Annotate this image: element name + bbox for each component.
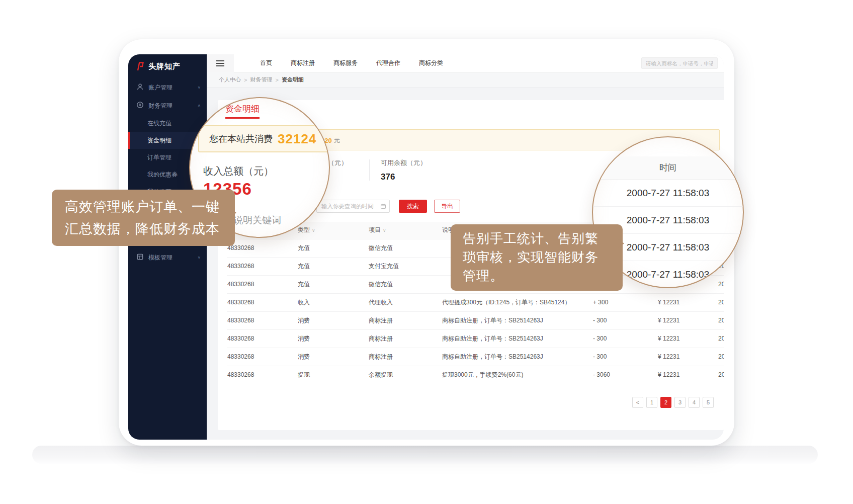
cell-order: 48330268	[227, 329, 297, 348]
stat-balance-value: 376	[381, 172, 426, 182]
page-button-4[interactable]: 4	[689, 397, 700, 408]
chevron-up-icon: ∧	[197, 104, 201, 108]
breadcrumb-part-2: 资金明细	[282, 76, 304, 83]
breadcrumb-separator: >	[275, 77, 278, 83]
main-nav: 首页商标注册商标服务代理合作商标分类	[260, 59, 443, 67]
cell-time: 2000-7-27 11:58:03	[718, 348, 724, 366]
col-header-project[interactable]: 项目∨	[368, 222, 442, 239]
sidebar-subitem-2[interactable]: 在线充值	[128, 115, 207, 132]
magnified-income-label: 收入总额（元）	[203, 164, 274, 178]
cell-type: 消费	[297, 348, 368, 366]
cell-time: 2000-7-27 11:58:03	[718, 329, 724, 348]
magnified-banner: 您在本站共消费 32124	[198, 125, 330, 152]
sidebar-item-7[interactable]: 模板管理∨	[128, 248, 207, 267]
brand: 头牌知产	[128, 54, 207, 78]
page-prev-button[interactable]: <	[632, 397, 643, 408]
cell-order: 48330268	[227, 293, 297, 311]
cell-type: 充值	[297, 275, 368, 293]
col-header-type[interactable]: 类型∨	[297, 222, 368, 239]
menu-toggle-button[interactable]	[207, 54, 234, 72]
cell-desc: 商标自助注册，订单号：SB2514263J	[442, 311, 592, 329]
magnified-time-row: 2000-7-27 11:58:03	[593, 180, 743, 207]
chevron-down-icon: ∨	[197, 256, 201, 260]
brand-logo-text: 头牌知产	[148, 62, 181, 71]
sidebar-item-0[interactable]: 账户管理∨	[128, 78, 207, 97]
stat-expense-label: （元）	[328, 158, 369, 167]
cell-balance: ¥ 12231	[657, 293, 718, 311]
cell-type: 提现	[297, 366, 368, 384]
stage: 头牌知产 账户管理∨财务管理∧在线充值资金明细订单管理我的优惠券我的发票模板管理…	[0, 0, 853, 504]
cell-project: 微信充值	[368, 239, 442, 257]
stat-balance: 可用余额（元） 376	[370, 158, 426, 182]
time-input-wrap	[316, 200, 390, 213]
magnified-time-header: 时间	[593, 156, 743, 180]
nav-item-0[interactable]: 首页	[260, 59, 272, 67]
callout-left: 高效管理账户订单、一键汇总数据，降低财务成本	[52, 190, 235, 246]
callout-right: 告别手工统计、告别繁琐审核，实现智能财务管理。	[451, 224, 623, 291]
cell-project: 代理收入	[368, 293, 442, 311]
laptop-base	[32, 446, 818, 464]
table-row: 48330268消费商标注册商标自助注册，订单号：SB2514263J- 300…	[227, 311, 724, 329]
cell-project: 商标注册	[368, 311, 442, 329]
sidebar-item-label: 模板管理	[148, 254, 197, 262]
magnified-banner-amount: 32124	[278, 131, 316, 147]
cell-desc: 商标自助注册，订单号：SB2514263J	[442, 348, 592, 366]
col-header-label: 项目	[369, 226, 381, 233]
breadcrumb: 个人中心>财务管理>资金明细	[207, 72, 724, 88]
cell-time: 2000-7-27 11:58:03	[718, 366, 724, 384]
chevron-down-icon: ∨	[197, 86, 201, 90]
search-button[interactable]: 搜索	[399, 200, 427, 213]
calendar-icon	[380, 203, 386, 209]
sort-caret-icon: ∨	[312, 228, 315, 233]
magnified-tab: 资金明细	[225, 103, 260, 119]
export-button[interactable]: 导出	[434, 200, 460, 213]
cell-project: 余额提现	[368, 366, 442, 384]
search-input[interactable]	[641, 57, 718, 69]
template-icon	[136, 253, 144, 262]
cell-balance: ¥ 12231	[657, 348, 718, 366]
time-query-input[interactable]	[316, 200, 390, 213]
cell-time: 2000-7-27 11:58:03	[718, 275, 724, 293]
sidebar: 头牌知产 账户管理∨财务管理∧在线充值资金明细订单管理我的优惠券我的发票模板管理…	[128, 54, 207, 440]
page-button-3[interactable]: 3	[674, 397, 686, 408]
finance-icon	[136, 101, 144, 110]
stat-balance-label: 可用余额（元）	[381, 158, 426, 167]
nav-item-2[interactable]: 商标服务	[333, 59, 358, 67]
cell-order: 48330268	[227, 348, 297, 366]
cell-project: 微信充值	[368, 275, 442, 293]
cell-time: 2000-7-27 11:58:03	[718, 311, 724, 329]
breadcrumb-separator: >	[244, 77, 247, 83]
breadcrumb-part-1[interactable]: 财务管理	[250, 76, 272, 83]
cell-desc: 提现3000元，手续费2%(60元)	[442, 366, 592, 384]
cell-order: 48330268	[227, 275, 297, 293]
nav-item-1[interactable]: 商标注册	[291, 59, 315, 67]
sidebar-item-1[interactable]: 财务管理∧	[128, 97, 207, 115]
nav-item-3[interactable]: 代理合作	[376, 59, 400, 67]
page-button-1[interactable]: 1	[646, 397, 657, 408]
topbar: 首页商标注册商标服务代理合作商标分类	[207, 54, 724, 72]
cell-amount: - 300	[592, 348, 657, 366]
page-button-5[interactable]: 5	[703, 397, 714, 408]
col-header-label: 类型	[298, 226, 310, 233]
page-button-2[interactable]: 2	[660, 397, 671, 408]
cell-type: 充值	[297, 257, 368, 275]
cell-type: 消费	[297, 329, 368, 348]
user-icon	[136, 83, 144, 92]
cell-amount: - 300	[592, 311, 657, 329]
sort-caret-icon: ∨	[383, 228, 386, 233]
cell-balance: ¥ 12231	[657, 329, 718, 348]
table-row: 48330268消费商标注册商标自助注册，订单号：SB2514263J- 300…	[227, 348, 724, 366]
sidebar-item-label: 账户管理	[148, 83, 197, 92]
stat-expense: （元）	[328, 158, 369, 167]
nav-item-4[interactable]: 商标分类	[419, 59, 443, 67]
sidebar-item-label: 财务管理	[148, 102, 197, 110]
brand-logo-icon	[135, 61, 145, 71]
breadcrumb-part-0[interactable]: 个人中心	[219, 76, 241, 83]
cell-desc: 代理提成300元（ID:1245，订单号：SB45124）	[442, 293, 592, 311]
cell-type: 收入	[297, 293, 368, 311]
cell-amount: - 300	[592, 329, 657, 348]
cell-project: 商标注册	[368, 348, 442, 366]
cell-type: 充值	[297, 239, 368, 257]
cell-order: 48330268	[227, 257, 297, 275]
banner-unit: 元	[334, 136, 340, 145]
